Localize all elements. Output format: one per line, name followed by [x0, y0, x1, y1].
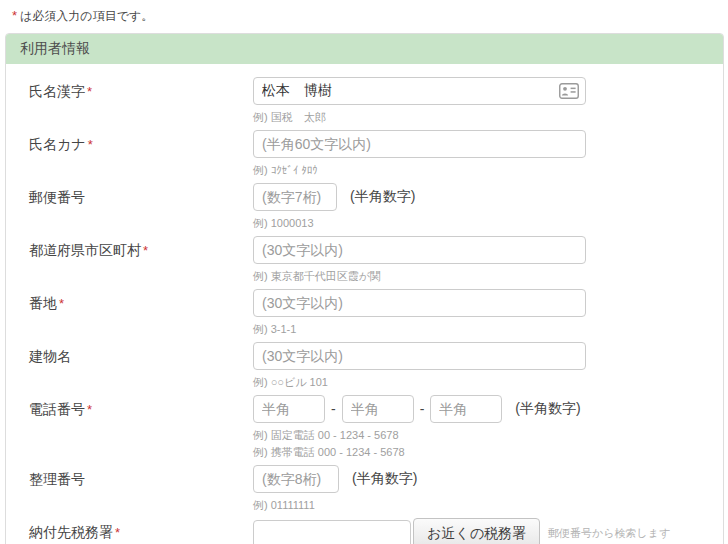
street-number-hint: 例) 3-1-1 [253, 322, 723, 337]
tax-office-label: 納付先税務署 [29, 524, 113, 540]
section-title: 利用者情報 [20, 40, 90, 56]
row-phone: 電話番号* - - (半角数字) 例) 固定電話 [6, 395, 723, 460]
row-postal-code: 郵便番号 (半角数字) 例) 1000013 [6, 183, 723, 231]
phone-hint-mobile: 例) 携帯電話 000 - 1234 - 5678 [253, 445, 723, 460]
name-kanji-input[interactable] [253, 77, 586, 105]
phone-part2-input[interactable] [342, 395, 414, 423]
required-asterisk: * [12, 8, 17, 23]
postal-code-format-note: (半角数字) [350, 188, 415, 206]
required-asterisk: * [115, 525, 120, 540]
nearby-tax-office-button[interactable]: お近くの税務署 [413, 518, 540, 544]
reference-number-input[interactable] [253, 465, 339, 493]
prefecture-city-input[interactable] [253, 236, 586, 264]
row-name-kana: 氏名カナ* 例) ｺｸｾﾞｲ ﾀﾛｳ [6, 130, 723, 178]
postal-code-label: 郵便番号 [29, 189, 85, 205]
phone-format-note: (半角数字) [515, 400, 580, 418]
name-kana-input[interactable] [253, 130, 586, 158]
required-asterisk: * [87, 84, 92, 99]
row-reference-number: 整理番号 (半角数字) 例) 01111111 [6, 465, 723, 513]
required-note: *は必須入力の項目です。 [0, 0, 728, 25]
required-note-text: は必須入力の項目です。 [20, 9, 153, 23]
required-asterisk: * [88, 137, 93, 152]
row-prefecture-city: 都道府県市区町村* 例) 東京都千代田区霞が関 [6, 236, 723, 284]
phone-part3-input[interactable] [430, 395, 502, 423]
phone-label: 電話番号 [29, 401, 85, 417]
row-building-name: 建物名 例) ○○ビル 101 [6, 342, 723, 390]
row-tax-office: 納付先税務署* お近くの税務署 郵便番号から検索します [6, 518, 723, 544]
name-kana-hint: 例) ｺｸｾﾞｲ ﾀﾛｳ [253, 163, 723, 178]
building-name-hint: 例) ○○ビル 101 [253, 375, 723, 390]
required-asterisk: * [143, 243, 148, 258]
phone-hint-landline: 例) 固定電話 00 - 1234 - 5678 [253, 428, 723, 443]
street-number-input[interactable] [253, 289, 586, 317]
required-asterisk: * [87, 402, 92, 417]
name-kanji-hint: 例) 国税 太郎 [253, 110, 723, 125]
reference-number-hint: 例) 01111111 [253, 498, 723, 513]
building-name-label: 建物名 [29, 348, 71, 364]
phone-part1-input[interactable] [253, 395, 325, 423]
name-kana-label: 氏名カナ [29, 136, 86, 152]
postal-code-hint: 例) 1000013 [253, 216, 723, 231]
postal-code-input[interactable] [253, 183, 337, 211]
prefecture-city-label: 都道府県市区町村 [29, 242, 141, 258]
row-name-kanji: 氏名漢字* [6, 77, 723, 125]
phone-separator: - [420, 401, 425, 417]
tax-office-search-note: 郵便番号から検索します [548, 526, 670, 541]
street-number-label: 番地 [29, 295, 57, 311]
contact-card-icon[interactable] [559, 83, 579, 99]
form-body: 氏名漢字* [6, 64, 723, 544]
reference-number-format-note: (半角数字) [352, 470, 417, 488]
phone-separator: - [331, 401, 336, 417]
row-street-number: 番地* 例) 3-1-1 [6, 289, 723, 337]
user-info-panel: 利用者情報 氏名漢字* [5, 33, 724, 544]
section-header: 利用者情報 [6, 34, 723, 64]
reference-number-label: 整理番号 [29, 471, 85, 487]
building-name-input[interactable] [253, 342, 586, 370]
prefecture-city-hint: 例) 東京都千代田区霞が関 [253, 269, 723, 284]
name-kanji-label: 氏名漢字 [29, 83, 85, 99]
tax-office-input[interactable] [253, 520, 411, 544]
required-asterisk: * [59, 296, 64, 311]
